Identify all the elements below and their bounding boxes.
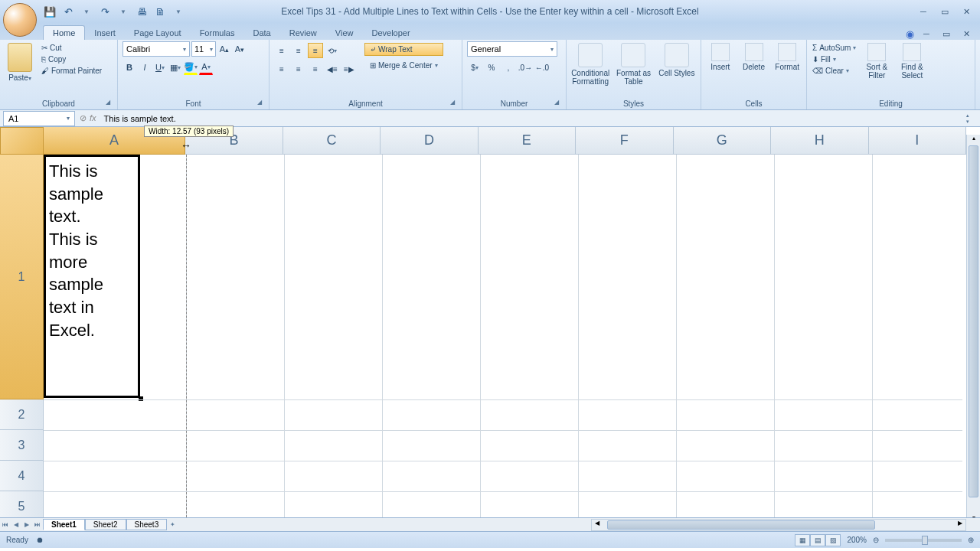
col-header-e[interactable]: E xyxy=(479,127,576,155)
tab-review[interactable]: Review xyxy=(280,26,326,40)
fx-icon[interactable]: fx xyxy=(90,113,96,123)
close-button[interactable]: ✕ xyxy=(959,5,974,18)
merge-center-button[interactable]: ⊞Merge & Center▾ xyxy=(364,59,443,72)
cell-styles[interactable]: Cell Styles xyxy=(658,43,696,77)
tab-view[interactable]: View xyxy=(326,26,363,40)
cut-button[interactable]: ✂Cut xyxy=(40,43,103,53)
underline-button[interactable]: U▾ xyxy=(153,60,167,75)
increase-decimal[interactable]: .0→ xyxy=(518,60,533,75)
bold-button[interactable]: B xyxy=(122,60,136,75)
comma-button[interactable]: , xyxy=(501,60,516,75)
zoom-in[interactable]: ⊕ xyxy=(968,536,974,544)
align-left[interactable]: ≡ xyxy=(274,61,289,77)
zoom-slider[interactable] xyxy=(885,539,962,542)
tab-insert[interactable]: Insert xyxy=(85,26,125,40)
ribbon-minimize[interactable]: ─ xyxy=(919,28,934,40)
number-format-select[interactable]: General▾ xyxy=(467,41,557,57)
font-color-button[interactable]: A▾ xyxy=(199,60,213,75)
qat-undo[interactable]: ↶ xyxy=(61,5,75,18)
name-box[interactable]: A1▾ xyxy=(3,111,75,126)
col-header-d[interactable]: D xyxy=(381,127,478,155)
clipboard-launcher[interactable]: ◢ xyxy=(103,99,113,108)
clear-button[interactable]: ⌫Clear▾ xyxy=(812,66,857,76)
vscroll-thumb[interactable] xyxy=(969,145,978,497)
currency-button[interactable]: $▾ xyxy=(467,60,482,75)
macro-record-icon[interactable]: ⏺ xyxy=(36,536,44,544)
sheet-tab-3[interactable]: Sheet3 xyxy=(126,519,168,530)
scroll-left-icon[interactable]: ◀ xyxy=(592,520,603,527)
conditional-formatting[interactable]: Conditional Formatting xyxy=(571,43,609,86)
sheet-nav-last[interactable]: ⏭ xyxy=(32,519,43,531)
font-size-select[interactable]: 11▾ xyxy=(191,41,216,57)
formula-input[interactable]: This is sample text. xyxy=(101,114,966,123)
tab-page-layout[interactable]: Page Layout xyxy=(125,26,191,40)
fill-color-button[interactable]: 🪣▾ xyxy=(184,60,198,75)
qat-customize[interactable]: ▼ xyxy=(172,5,185,18)
row-header-4[interactable]: 4 xyxy=(0,461,44,491)
qat-redo-dd[interactable]: ▼ xyxy=(116,5,130,18)
sheet-tab-2[interactable]: Sheet2 xyxy=(85,519,126,530)
autosum-button[interactable]: ΣAutoSum▾ xyxy=(812,43,857,53)
zoom-out[interactable]: ⊖ xyxy=(873,536,879,544)
zoom-level[interactable]: 200% xyxy=(847,536,867,544)
sheet-nav-first[interactable]: ⏮ xyxy=(0,519,11,531)
zoom-thumb[interactable] xyxy=(922,536,928,545)
select-all-corner[interactable] xyxy=(0,127,44,155)
hscroll-thumb[interactable] xyxy=(607,520,875,530)
decrease-decimal[interactable]: ←.0 xyxy=(534,60,550,75)
row-header-1[interactable]: 1 xyxy=(0,155,44,399)
copy-button[interactable]: ⎘Copy xyxy=(40,54,103,64)
sheet-nav-prev[interactable]: ◀ xyxy=(11,519,21,531)
formula-expand-up[interactable]: ▴ xyxy=(966,112,980,119)
row-header-2[interactable]: 2 xyxy=(0,399,44,430)
view-normal[interactable]: ▦ xyxy=(795,534,810,546)
font-family-select[interactable]: Calibri▾ xyxy=(122,41,190,57)
increase-indent[interactable]: ≡▶ xyxy=(341,61,357,77)
align-middle[interactable]: ≡ xyxy=(291,43,306,58)
percent-button[interactable]: % xyxy=(484,60,499,75)
font-launcher[interactable]: ◢ xyxy=(255,99,264,108)
row-header-3[interactable]: 3 xyxy=(0,430,44,461)
worksheet-grid[interactable]: ABCDEFGHI 12345 This is sample text.This… xyxy=(0,127,980,517)
horizontal-scrollbar[interactable]: ◀ ▶ xyxy=(591,519,966,531)
grow-font[interactable]: A▴ xyxy=(217,41,231,57)
orientation[interactable]: ⟲▾ xyxy=(325,43,340,58)
qat-redo[interactable]: ↷ xyxy=(98,5,112,18)
format-as-table[interactable]: Format as Table xyxy=(614,43,652,86)
row-header-5[interactable]: 5 xyxy=(0,491,44,517)
workbook-close[interactable]: ✕ xyxy=(959,28,974,40)
sheet-nav-next[interactable]: ▶ xyxy=(21,519,32,531)
alignment-launcher[interactable]: ◢ xyxy=(448,99,457,108)
view-page-layout[interactable]: ▤ xyxy=(810,534,825,546)
scroll-up-icon[interactable]: ▴ xyxy=(967,135,980,145)
number-launcher[interactable]: ◢ xyxy=(552,99,561,108)
tab-developer[interactable]: Developer xyxy=(362,26,419,40)
align-top[interactable]: ≡ xyxy=(274,43,289,58)
minimize-button[interactable]: ─ xyxy=(916,5,931,18)
italic-button[interactable]: I xyxy=(138,60,152,75)
new-sheet-button[interactable]: ✦ xyxy=(167,519,178,531)
qat-print[interactable]: 🖶 xyxy=(135,5,149,18)
help-icon[interactable]: ◉ xyxy=(906,28,914,40)
col-header-c[interactable]: C xyxy=(283,127,381,155)
cell-a1[interactable]: This is sample text.This is more sample … xyxy=(44,155,140,398)
formula-expand-down[interactable]: ▾ xyxy=(966,119,980,125)
tab-data[interactable]: Data xyxy=(243,26,279,40)
fill-button[interactable]: ⬇Fill▾ xyxy=(812,54,857,64)
paste-button[interactable]: Paste▾ xyxy=(5,43,35,82)
align-center[interactable]: ≡ xyxy=(291,61,306,77)
border-button[interactable]: ▦▾ xyxy=(168,60,182,75)
fill-handle[interactable] xyxy=(139,396,143,401)
delete-cells[interactable]: Delete xyxy=(740,43,769,71)
cancel-icon[interactable]: ⊘ xyxy=(80,113,87,123)
find-select[interactable]: Find & Select xyxy=(897,43,927,80)
office-button[interactable] xyxy=(3,3,37,37)
format-cells[interactable]: Format xyxy=(773,43,802,71)
scroll-right-icon[interactable]: ▶ xyxy=(955,520,965,527)
sort-filter[interactable]: Sort & Filter xyxy=(861,43,892,80)
ribbon-restore[interactable]: ▭ xyxy=(939,28,954,40)
sheet-tab-1[interactable]: Sheet1 xyxy=(43,519,85,530)
qat-save[interactable]: 💾 xyxy=(43,5,57,18)
tab-formulas[interactable]: Formulas xyxy=(191,26,244,40)
col-header-f[interactable]: F xyxy=(576,127,673,155)
